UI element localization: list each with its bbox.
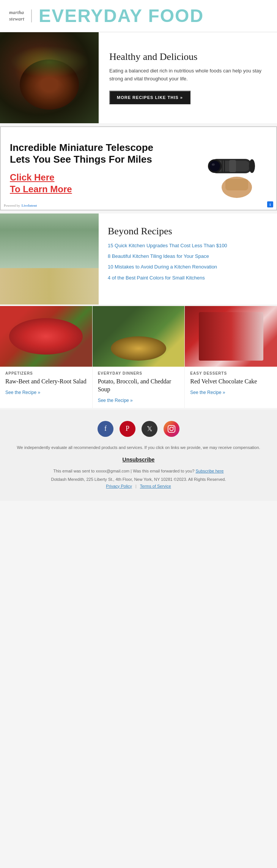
ad-banner: Incredible Miniature Telescope Lets You … xyxy=(0,126,277,210)
svg-rect-9 xyxy=(224,160,225,172)
header: martha stewart EVERYDAY FOOD xyxy=(0,0,277,32)
martha-line2: stewart xyxy=(9,16,24,22)
recipe-card-1: EVERYDAY DINNERS Potato, Broccoli, and C… xyxy=(93,306,185,408)
more-recipes-button[interactable]: MORE RECIPES LIKE THIS » xyxy=(109,91,190,104)
beyond-heading: Beyond Recipes xyxy=(108,226,227,237)
ad-image xyxy=(184,136,267,201)
svg-point-6 xyxy=(212,163,215,166)
ad-powered-by: Powered by LiveIntent xyxy=(4,204,37,207)
pinterest-icon[interactable]: P xyxy=(120,421,135,437)
recipe-category-2: EASY DESSERTS xyxy=(190,371,272,375)
ad-cta-line1: Click Here xyxy=(10,172,54,182)
svg-point-13 xyxy=(173,426,174,427)
recipe-card-2: EASY DESSERTS Red Velvet Chocolate Cake … xyxy=(185,306,277,408)
healthy-description: Eating a balanced diet rich in nutritiou… xyxy=(109,67,266,83)
svg-rect-1 xyxy=(225,179,248,190)
footer-address: Dotdash Meredith, 225 Liberty St., 4th F… xyxy=(15,476,262,490)
beyond-link-3[interactable]: 10 Mistakes to Avoid During a Kitchen Re… xyxy=(108,264,227,270)
recipe-image-cake xyxy=(185,306,277,367)
svg-rect-8 xyxy=(222,160,223,172)
unsubscribe-link[interactable]: Unsubscribe xyxy=(15,457,262,463)
instagram-svg xyxy=(167,425,176,433)
recipe-image-soup xyxy=(93,306,185,367)
bowl-image xyxy=(0,32,99,123)
facebook-icon[interactable]: f xyxy=(98,421,113,437)
recipe-link-0[interactable]: See the Recipe » xyxy=(5,390,40,395)
recipe-cards: APPETIZERS Raw-Beet and Celery-Root Sala… xyxy=(0,306,277,408)
ad-headline: Incredible Miniature Telescope Lets You … xyxy=(10,142,176,165)
martha-line1: martha xyxy=(9,9,24,16)
ad-cta-link[interactable]: Click Here To Learn More xyxy=(10,171,176,195)
recipe-category-0: APPETIZERS xyxy=(5,371,87,375)
svg-rect-11 xyxy=(168,425,175,432)
recipe-link-1[interactable]: See the Recipe » xyxy=(98,398,133,403)
twitter-icon[interactable]: 𝕏 xyxy=(142,421,157,437)
kitchen-image xyxy=(0,213,99,305)
ad-badge: i xyxy=(267,201,273,207)
svg-point-12 xyxy=(170,427,173,430)
footer-disclaimer: We independently evaluate all recommende… xyxy=(15,444,262,451)
beyond-link-1[interactable]: 15 Quick Kitchen Upgrades That Cost Less… xyxy=(108,242,227,249)
footer: f P 𝕏 We independently evaluate all reco… xyxy=(0,410,277,501)
footer-email-line: This email was sent to xxxxx@gmail.com |… xyxy=(15,469,262,473)
ad-content: Incredible Miniature Telescope Lets You … xyxy=(10,142,176,195)
recipe-card-body-2: EASY DESSERTS Red Velvet Chocolate Cake … xyxy=(185,367,277,400)
section-healthy: Healthy and Delicious Eating a balanced … xyxy=(0,32,277,123)
privacy-policy-link[interactable]: Privacy Policy xyxy=(106,484,132,488)
recipe-category-1: EVERYDAY DINNERS xyxy=(98,371,179,375)
recipe-title-0: Raw-Beet and Celery-Root Salad xyxy=(5,378,87,386)
recipe-card-body-1: EVERYDAY DINNERS Potato, Broccoli, and C… xyxy=(93,367,185,408)
everyday-food-title: EVERYDAY FOOD xyxy=(39,7,204,25)
social-icons: f P 𝕏 xyxy=(15,421,262,437)
instagram-icon[interactable] xyxy=(164,421,179,437)
recipe-card-0: APPETIZERS Raw-Beet and Celery-Root Sala… xyxy=(0,306,93,408)
recipe-title-1: Potato, Broccoli, and Cheddar Soup xyxy=(98,378,179,394)
terms-link[interactable]: Terms of Service xyxy=(140,484,171,488)
svg-point-5 xyxy=(209,161,220,171)
svg-point-10 xyxy=(249,159,255,173)
recipe-title-2: Red Velvet Chocolate Cake xyxy=(190,378,272,386)
svg-rect-7 xyxy=(229,160,236,172)
section-beyond: Beyond Recipes 15 Quick Kitchen Upgrades… xyxy=(0,213,277,305)
beyond-content: Beyond Recipes 15 Quick Kitchen Upgrades… xyxy=(99,213,236,305)
healthy-content: Healthy and Delicious Eating a balanced … xyxy=(99,32,277,123)
recipe-card-body-0: APPETIZERS Raw-Beet and Celery-Root Sala… xyxy=(0,367,92,400)
recipe-image-salad xyxy=(0,306,92,367)
food-image xyxy=(0,32,99,123)
ad-cta-line2: To Learn More xyxy=(10,184,72,194)
healthy-heading: Healthy and Delicious xyxy=(109,51,266,63)
beyond-link-4[interactable]: 4 of the Best Paint Colors for Small Kit… xyxy=(108,275,227,281)
martha-logo: martha stewart xyxy=(9,9,32,22)
recipe-link-2[interactable]: See the Recipe » xyxy=(190,390,225,395)
beyond-link-2[interactable]: 8 Beautiful Kitchen Tiling Ideas for You… xyxy=(108,253,227,260)
subscribe-here-link[interactable]: Subscribe here xyxy=(195,469,223,473)
telescope-icon xyxy=(187,138,263,199)
